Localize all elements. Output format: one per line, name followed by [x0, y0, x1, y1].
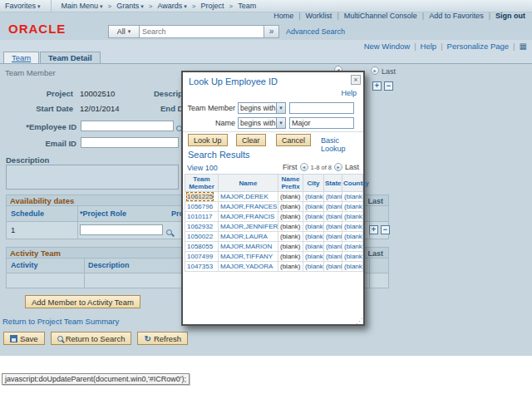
- pager-first-label[interactable]: First: [283, 163, 298, 171]
- activity-last-link[interactable]: Last: [367, 249, 383, 258]
- employee-name-link[interactable]: MAJOR,LAURA: [219, 232, 278, 242]
- column-header-team-member[interactable]: Team Member: [185, 175, 219, 192]
- breadcrumb-team[interactable]: Team: [233, 2, 261, 10]
- employee-name-link[interactable]: MAJOR,JENNIFER: [219, 222, 278, 232]
- column-header-name-prefix[interactable]: Name Prefix: [278, 175, 303, 192]
- favorites-menu[interactable]: Favorites▾: [0, 2, 46, 10]
- column-header-country[interactable]: Country: [342, 175, 363, 192]
- state-link[interactable]: (blank): [324, 252, 342, 262]
- country-link[interactable]: (blank): [342, 262, 363, 272]
- availability-last-link[interactable]: Last: [367, 197, 383, 205]
- city-link[interactable]: (blank): [303, 202, 324, 212]
- city-link[interactable]: (blank): [303, 222, 324, 232]
- return-to-search-button[interactable]: Return to Search: [51, 332, 132, 345]
- availability-add-row-button[interactable]: +: [369, 225, 378, 234]
- city-link[interactable]: (blank): [303, 262, 324, 272]
- country-link[interactable]: (blank): [342, 242, 363, 252]
- employee-name-link[interactable]: MAJOR,FRANCES: [219, 202, 278, 212]
- country-link[interactable]: (blank): [342, 192, 363, 202]
- country-link[interactable]: (blank): [342, 202, 363, 212]
- team-member-field[interactable]: [289, 102, 354, 114]
- name-operator-select[interactable]: begins with ▼: [238, 117, 286, 129]
- delete-row-button[interactable]: −: [384, 81, 393, 91]
- view-100-link[interactable]: View 100: [187, 164, 218, 172]
- refresh-button[interactable]: ↻Refresh: [137, 332, 188, 345]
- state-link[interactable]: (blank): [324, 242, 342, 252]
- main-menu[interactable]: Main Menu▾: [57, 2, 108, 10]
- state-link[interactable]: (blank): [324, 212, 342, 222]
- state-link[interactable]: (blank): [324, 222, 342, 232]
- state-link[interactable]: (blank): [324, 232, 342, 242]
- pager-last-label[interactable]: Last: [345, 163, 359, 171]
- column-header-state[interactable]: State: [324, 175, 342, 192]
- return-to-summary-link[interactable]: Return to Project Team Summary: [2, 317, 119, 326]
- add-row-button[interactable]: +: [372, 81, 382, 91]
- country-link[interactable]: (blank): [342, 252, 363, 262]
- employee-id-link[interactable]: 1062932: [185, 222, 219, 232]
- city-link[interactable]: (blank): [303, 252, 324, 262]
- employee-name-link[interactable]: MAJOR,MARION: [219, 242, 278, 252]
- employee-id-link[interactable]: 1007499: [185, 252, 219, 262]
- add-member-button[interactable]: Add Member to Activity Team: [25, 295, 140, 308]
- employee-id-link[interactable]: 1050022: [185, 232, 219, 242]
- name-field[interactable]: [289, 117, 354, 129]
- advanced-search-link[interactable]: Advanced Search: [286, 27, 345, 36]
- breadcrumb-grants[interactable]: Grants▾: [111, 2, 149, 10]
- resize-handle-icon[interactable]: ⋰: [356, 318, 362, 325]
- tab-team-detail[interactable]: Team Detail: [40, 52, 101, 63]
- employee-name-link[interactable]: MAJOR,YADORA: [219, 262, 278, 272]
- new-window-link[interactable]: New Window: [364, 42, 410, 51]
- personalize-page-link[interactable]: Personalize Page: [447, 42, 509, 51]
- next-page-icon[interactable]: ▸: [334, 163, 342, 171]
- state-link[interactable]: (blank): [324, 202, 342, 212]
- country-link[interactable]: (blank): [342, 222, 363, 232]
- column-header-name[interactable]: Name: [219, 175, 278, 192]
- description-textarea[interactable]: [6, 165, 179, 190]
- multichannel-console-link[interactable]: MultiChannel Console: [344, 12, 417, 20]
- cancel-button[interactable]: Cancel: [276, 134, 311, 146]
- project-role-lookup-icon[interactable]: [166, 229, 172, 235]
- employee-id-link[interactable]: 1061225: [187, 193, 213, 200]
- employee-name-link[interactable]: MAJOR,DEREK: [219, 192, 278, 202]
- tab-team[interactable]: Team: [3, 52, 39, 63]
- next-row-icon[interactable]: ▸: [371, 66, 379, 75]
- state-link[interactable]: (blank): [324, 262, 342, 272]
- employee-name-link[interactable]: MAJOR,TIFFANY: [219, 252, 278, 262]
- employee-name-link[interactable]: MAJOR,FRANCIS: [219, 212, 278, 222]
- close-icon[interactable]: ×: [351, 75, 361, 85]
- city-link[interactable]: (blank): [303, 232, 324, 242]
- city-link[interactable]: (blank): [303, 192, 324, 202]
- search-input[interactable]: [140, 25, 264, 38]
- home-link[interactable]: Home: [273, 12, 293, 20]
- clear-button[interactable]: Clear: [236, 134, 266, 146]
- email-id-field[interactable]: [81, 137, 179, 148]
- worklist-link[interactable]: Worklist: [306, 12, 332, 20]
- help-link[interactable]: Help: [421, 42, 437, 51]
- employee-id-link[interactable]: 1056796: [185, 202, 219, 212]
- project-role-field[interactable]: [80, 224, 163, 235]
- availability-delete-row-button[interactable]: −: [381, 225, 390, 234]
- save-button[interactable]: Save: [3, 332, 45, 345]
- employee-id-link[interactable]: 1058055: [185, 242, 219, 252]
- search-scope-select[interactable]: All▾: [108, 25, 140, 38]
- sign-out-link[interactable]: Sign out: [495, 12, 525, 20]
- city-link[interactable]: (blank): [303, 242, 324, 252]
- previous-page-icon[interactable]: ◂: [300, 163, 308, 171]
- look-up-button[interactable]: Look Up: [188, 134, 228, 146]
- city-link[interactable]: (blank): [303, 212, 324, 222]
- basic-lookup-link[interactable]: Basic Lookup: [321, 136, 363, 153]
- team-member-operator-select[interactable]: begins with ▼: [238, 102, 286, 114]
- country-link[interactable]: (blank): [342, 212, 363, 222]
- country-link[interactable]: (blank): [342, 232, 363, 242]
- add-to-favorites-link[interactable]: Add to Favorites: [429, 12, 484, 20]
- breadcrumb-project[interactable]: Project: [196, 2, 229, 10]
- breadcrumb-awards[interactable]: Awards▾: [152, 2, 191, 10]
- dialog-help-link[interactable]: Help: [341, 89, 357, 97]
- employee-id-link[interactable]: 1010117: [185, 212, 219, 222]
- employee-id-field[interactable]: [81, 121, 174, 131]
- column-header-city[interactable]: City: [303, 175, 324, 192]
- grid-icon[interactable]: ▦: [520, 42, 527, 51]
- employee-id-link[interactable]: 1047353: [185, 262, 219, 272]
- search-go-button[interactable]: »: [264, 25, 279, 38]
- last-row-link[interactable]: Last: [382, 67, 396, 76]
